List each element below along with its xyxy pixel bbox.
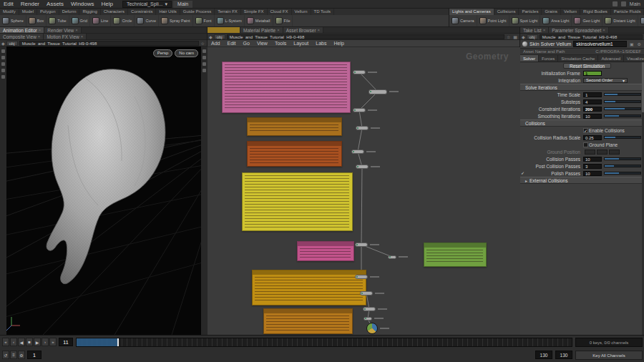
shelf-tool-point-light[interactable]: Point Light	[477, 15, 509, 26]
home-view-icon[interactable]	[203, 56, 206, 59]
network-menu-tools[interactable]: Tools	[271, 41, 290, 46]
shelf-tab-deform[interactable]: Deform	[59, 9, 80, 15]
select-tool-icon[interactable]	[1, 49, 5, 53]
close-icon[interactable]: ×	[39, 28, 42, 32]
network-node[interactable]	[351, 150, 364, 154]
bookmark-star-icon[interactable]: ☆	[506, 34, 511, 39]
realtime-toggle[interactable]: ↺	[2, 351, 9, 359]
pin-icon[interactable]: ◆	[522, 34, 525, 39]
shelf-tab-guide-process[interactable]: Guide Process	[180, 9, 215, 15]
shelf-tab-constraints[interactable]: Constraints	[128, 9, 156, 15]
playbar-options-gear[interactable]: ⚙	[18, 351, 25, 359]
menu-assets[interactable]: Assets	[43, 0, 67, 9]
shelf-tab-td-tools[interactable]: TD Tools	[311, 9, 335, 15]
close-icon[interactable]: ×	[75, 28, 78, 32]
close-icon[interactable]: ×	[543, 28, 546, 32]
param-slider-substeps[interactable]	[604, 100, 641, 103]
shelf-tab-particle-fluids[interactable]: Particle Fluids	[611, 9, 644, 15]
close-icon[interactable]: ×	[38, 34, 41, 39]
tab-asset-browser[interactable]: Asset Browser×	[283, 27, 323, 33]
start-frame-field[interactable]: 1	[27, 351, 42, 359]
param-tab-visualize[interactable]: Visualize	[624, 55, 644, 62]
path-context-chip[interactable]: obj	[6, 41, 18, 46]
param-field-initialization-frame[interactable]: 1	[583, 71, 602, 76]
jump-start-button[interactable]: «	[2, 338, 9, 346]
scale-tool-icon[interactable]	[1, 69, 5, 72]
shelf-tool-environment-light[interactable]: Environment Light	[638, 15, 644, 26]
sticky-note[interactable]	[252, 270, 366, 305]
view-tool-icon[interactable]	[203, 49, 206, 53]
network-menu-view[interactable]: View	[253, 41, 271, 46]
network-menu-labs[interactable]: Labs	[312, 41, 330, 46]
network-node[interactable]	[355, 275, 368, 279]
menu-windows[interactable]: Windows	[67, 0, 97, 9]
dropdown-integration[interactable]: Second Order▾	[583, 78, 628, 83]
end-frame-field[interactable]: 130	[535, 351, 552, 359]
tab-animation-editor[interactable]: Animation Editor×	[0, 27, 44, 33]
param-field-smoothing-iterations[interactable]: 10	[583, 114, 602, 119]
shelf-tool-spot-light[interactable]: Spot Light	[509, 15, 541, 26]
camera-persp-menu[interactable]: Persp	[153, 49, 173, 57]
play-reverse-button[interactable]: ◀	[18, 338, 25, 346]
param-slider-constraint-iterations[interactable]	[604, 107, 641, 110]
pin-icon[interactable]: ◆	[1, 41, 5, 46]
network-node[interactable]	[363, 307, 376, 311]
handles-tool-icon[interactable]	[1, 75, 5, 79]
close-icon[interactable]: ×	[318, 28, 321, 32]
shelf-tab-lights-and-cameras[interactable]: Lights and Cameras	[449, 9, 494, 15]
node-name-input[interactable]: skinsolvervellum1	[573, 41, 627, 47]
shelf-tool-tube[interactable]: Tube	[47, 15, 69, 26]
timeline-playhead[interactable]	[117, 338, 119, 346]
next-key-button[interactable]: ›	[42, 338, 49, 346]
network-node[interactable]	[353, 70, 366, 74]
menu-help[interactable]: Help	[98, 0, 117, 9]
shelf-tab-model[interactable]: Model	[19, 9, 37, 15]
shelf-tool-camera[interactable]: Camera	[449, 15, 477, 26]
shelf-tab-polygon[interactable]: Polygon	[37, 9, 59, 15]
section-external-collisions[interactable]: ▸External Collisions	[520, 177, 644, 184]
network-node[interactable]	[356, 165, 369, 169]
shelf-tool-sphere[interactable]: Sphere	[0, 15, 26, 26]
checkbox-enable-collisions[interactable]: ✓	[583, 128, 588, 133]
param-tab-solver[interactable]: Solver	[520, 55, 539, 62]
param-field-polish-passes[interactable]: 10	[583, 171, 602, 176]
play-button[interactable]: ▶	[34, 338, 41, 346]
param-slider-polish-passes[interactable]	[604, 172, 641, 175]
network-canvas[interactable]: Geometry	[208, 47, 520, 335]
shelf-tool-metaball[interactable]: Metaball	[245, 15, 273, 26]
network-menu-go[interactable]: Go	[240, 41, 253, 46]
network-node[interactable]	[360, 291, 373, 295]
bookmark-star-icon[interactable]: ☆	[200, 41, 205, 46]
param-slider-collision-radius-scale[interactable]	[604, 136, 641, 139]
section-collisions[interactable]: Collisions	[520, 119, 644, 127]
jump-end-button[interactable]: »	[49, 338, 57, 346]
network-node[interactable]	[353, 108, 366, 112]
shelf-tab-grains[interactable]: Grains	[542, 9, 561, 15]
shelf-tab-rigid-bodies[interactable]: Rigid Bodies	[580, 9, 611, 15]
prev-key-button[interactable]: ‹	[10, 338, 17, 346]
network-node[interactable]	[369, 89, 387, 94]
stop-button[interactable]: ■	[26, 338, 33, 346]
param-field-ground-position-0[interactable]	[585, 150, 595, 155]
sticky-note[interactable]	[297, 241, 354, 261]
pin-icon[interactable]: ◆	[209, 34, 213, 39]
shelf-tool-circle[interactable]: Circle	[111, 15, 135, 26]
network-menu-add[interactable]: Add	[208, 41, 223, 46]
tab-take-list[interactable]: Take List×	[520, 27, 549, 33]
shelf-tool-line[interactable]: Line	[90, 15, 111, 26]
close-icon[interactable]: ×	[602, 28, 605, 32]
timeline-slider[interactable]	[76, 338, 572, 347]
shelf-tool-area-light[interactable]: Area Light	[540, 15, 572, 26]
param-field-collision-radius-scale[interactable]: 0.25	[583, 135, 602, 140]
tab-parameter-spreadsheet[interactable]: Parameter Spreadsheet×	[549, 27, 609, 33]
network-node[interactable]	[355, 243, 368, 247]
tab-render-view[interactable]: Render View×	[44, 27, 82, 33]
global-end-frame-field[interactable]: 130	[555, 351, 572, 359]
checkbox-ground-plane[interactable]	[583, 142, 588, 147]
sticky-note[interactable]	[222, 62, 351, 113]
param-field-time-scale[interactable]: 1	[583, 92, 602, 97]
shelf-tab-characters[interactable]: Characters	[101, 9, 128, 15]
muscle-mesh[interactable]	[47, 69, 165, 284]
no-cam-menu[interactable]: No cam	[175, 49, 198, 57]
network-node[interactable]	[388, 255, 396, 259]
